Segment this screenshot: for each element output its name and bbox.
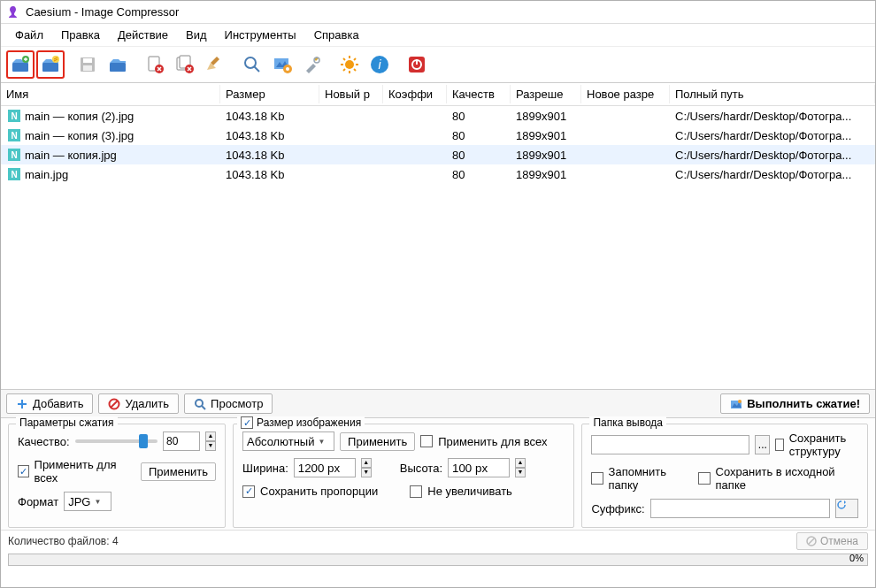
tb-sun[interactable]	[335, 50, 364, 79]
svg-line-17	[254, 66, 259, 72]
file-type-icon: N	[8, 110, 20, 122]
col-size[interactable]: Размер	[220, 85, 319, 103]
file-count: Количество файлов: 4	[8, 535, 119, 547]
menu-file[interactable]: Файл	[6, 26, 52, 44]
menu-view[interactable]: Вид	[177, 26, 216, 44]
quality-label: Качество:	[18, 435, 70, 448]
progress-bar: 0%	[8, 554, 868, 566]
preview-button[interactable]: Просмотр	[184, 393, 273, 414]
svg-rect-7	[83, 58, 92, 63]
height-input[interactable]	[448, 458, 510, 477]
tb-exit[interactable]	[403, 50, 431, 79]
tb-remove-file[interactable]	[141, 50, 169, 79]
svg-point-21	[286, 67, 289, 71]
quality-spinner[interactable]: ▲▼	[205, 431, 216, 451]
format-select[interactable]: JPG▼	[64, 492, 111, 511]
same-folder-check[interactable]	[698, 472, 710, 485]
svg-line-40	[202, 406, 205, 409]
output-path-input[interactable]	[591, 435, 749, 454]
power-icon	[406, 54, 427, 75]
height-spinner[interactable]: ▲▼	[515, 458, 526, 477]
table-row[interactable]: Nmain — копия.jpg1043.18 Kb801899x901C:/…	[1, 145, 875, 164]
apply-resize-button[interactable]: Применить	[340, 432, 415, 451]
window-title: Caesium - Image Compressor	[26, 5, 179, 19]
resize-legend: Размер изображения	[257, 416, 361, 429]
cancel-button[interactable]: Отмена	[796, 532, 868, 550]
remember-check[interactable]	[591, 472, 603, 485]
apply-all-label: Применить для всех	[35, 458, 130, 485]
resize-apply-all-check[interactable]	[420, 435, 433, 447]
col-qual[interactable]: Качеств	[447, 85, 511, 103]
table-row[interactable]: Nmain.jpg1043.18 Kb801899x901C:/Users/ha…	[1, 164, 875, 184]
svg-line-30	[343, 69, 345, 71]
col-path[interactable]: Полный путь	[670, 85, 875, 103]
apply-quality-button[interactable]: Применить	[141, 462, 216, 481]
compress-button[interactable]: Выполнить сжатие!	[720, 393, 870, 414]
output-group: Папка вывода ... Сохранить структуру Зап…	[581, 424, 868, 528]
menu-tools[interactable]: Инструменты	[216, 26, 305, 44]
tb-add-folder[interactable]	[36, 50, 65, 79]
suffix-input[interactable]	[650, 499, 830, 518]
plus-icon	[16, 398, 28, 410]
menubar: Файл Правка Действие Вид Инструменты Спр…	[1, 24, 875, 47]
toolbar: i	[1, 47, 875, 83]
suffix-reset-button[interactable]	[835, 499, 858, 518]
resize-enable-check[interactable]: ✓	[241, 416, 253, 429]
col-coef[interactable]: Коэффи	[383, 85, 447, 103]
menu-action[interactable]: Действие	[109, 26, 177, 44]
menu-edit[interactable]: Правка	[52, 26, 109, 44]
file-list[interactable]: Nmain — копия (2).jpg1043.18 Kb801899x90…	[1, 106, 875, 389]
keep-struct-check[interactable]	[775, 439, 783, 451]
tb-info[interactable]: i	[365, 50, 394, 79]
delete-button[interactable]: Удалить	[98, 393, 179, 414]
tb-save[interactable]	[73, 50, 102, 79]
svg-line-46	[809, 538, 814, 544]
file-type-icon: N	[8, 149, 20, 161]
file-type-icon: N	[8, 168, 20, 180]
tb-add-files[interactable]	[6, 50, 35, 79]
menu-help[interactable]: Справка	[305, 26, 368, 44]
compression-group: Параметры сжатия Качество: ▲▼ ✓ Применит…	[8, 424, 226, 528]
table-row[interactable]: Nmain — копия (2).jpg1043.18 Kb801899x90…	[1, 106, 875, 126]
tb-remove-all[interactable]	[171, 50, 199, 79]
quality-slider[interactable]	[75, 439, 158, 443]
tb-clean[interactable]	[201, 50, 229, 79]
no-upscale-check[interactable]	[410, 485, 422, 498]
keep-struct-label: Сохранить структуру	[789, 431, 858, 458]
forbidden-icon	[108, 398, 120, 410]
add-button[interactable]: Добавить	[6, 393, 93, 414]
quality-value[interactable]	[163, 431, 200, 451]
delete-button-label: Удалить	[125, 397, 169, 410]
col-newres[interactable]: Новое разре	[581, 85, 670, 103]
svg-rect-9	[110, 63, 126, 72]
same-folder-label: Сохранить в исходной папке	[716, 465, 858, 492]
table-row[interactable]: Nmain — копия (3).jpg1043.18 Kb801899x90…	[1, 126, 875, 145]
add-button-label: Добавить	[33, 397, 83, 410]
tb-preview-settings[interactable]	[268, 50, 296, 79]
resize-apply-all-label: Применить для всех	[438, 435, 547, 448]
compression-legend: Параметры сжатия	[16, 416, 118, 429]
add-files-icon	[10, 54, 31, 75]
sun-icon	[339, 54, 360, 75]
browse-button[interactable]: ...	[755, 435, 770, 454]
tb-open-folder[interactable]	[104, 50, 132, 79]
action-bar: Добавить Удалить Просмотр Выполнить сжат…	[1, 390, 875, 418]
keep-ratio-check[interactable]: ✓	[242, 485, 255, 498]
col-res[interactable]: Разреше	[511, 85, 581, 103]
remove-all-icon	[174, 54, 196, 75]
tb-zoom[interactable]	[238, 50, 266, 79]
col-name[interactable]: Имя	[1, 85, 220, 103]
width-input[interactable]	[294, 458, 356, 477]
no-upscale-label: Не увеличивать	[427, 485, 512, 498]
preview-button-label: Просмотр	[211, 397, 263, 410]
keep-ratio-label: Сохранить пропорции	[260, 485, 378, 498]
col-newsize[interactable]: Новый р	[319, 85, 383, 103]
save-icon	[77, 54, 98, 75]
apply-all-check[interactable]: ✓	[18, 465, 29, 477]
width-spinner[interactable]: ▲▼	[361, 458, 372, 477]
tb-tools[interactable]	[298, 50, 327, 79]
svg-line-31	[354, 58, 356, 60]
cancel-icon	[806, 536, 817, 546]
resize-mode-select[interactable]: Абсолютный▼	[242, 431, 334, 451]
magnifier-icon	[194, 398, 206, 410]
